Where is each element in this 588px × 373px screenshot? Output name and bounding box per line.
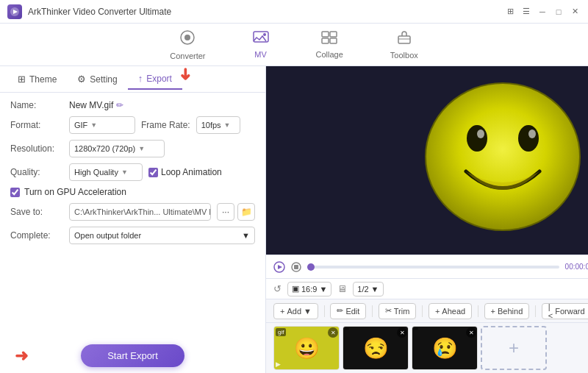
tabs-row: ⊞ Theme ⚙ Setting ↑ Export ➜ — [0, 66, 265, 93]
rotate-left-icon[interactable]: ↺ — [273, 283, 282, 294]
add-button[interactable]: + Add ▼ — [273, 303, 318, 319]
svg-point-13 — [426, 83, 580, 230]
scale-arrow-icon: ▼ — [371, 285, 379, 294]
start-export-arrow: ➜ — [15, 347, 28, 366]
quality-select[interactable]: High Quality ▼ — [69, 163, 143, 181]
complete-row: Complete: Open output folder ▼ — [10, 227, 255, 244]
thumbnail-3-close[interactable]: ✕ — [466, 327, 476, 338]
svg-point-15 — [518, 125, 539, 152]
scale-select[interactable]: 1/2 ▼ — [353, 282, 383, 296]
forward-button[interactable]: |< Forward — [542, 303, 588, 319]
complete-select[interactable]: Open output folder ▼ — [69, 227, 255, 244]
saveto-row: Save to: C:\ArkThinker\ArkThin... Ultima… — [10, 203, 255, 221]
monitor-icon[interactable]: 🖥 — [337, 283, 347, 294]
titlebar-controls: ⊞ ☰ ─ □ ✕ — [504, 6, 581, 18]
tab-theme[interactable]: ⊞ Theme — [7, 69, 67, 89]
minimize-btn[interactable]: ─ — [537, 6, 548, 18]
playback-controls: 00:00:00.00/00:00:15.00 🔊 Start Export — [266, 255, 588, 278]
quality-arrow-icon: ▼ — [121, 168, 128, 176]
trim-button[interactable]: ✂ Trim — [379, 303, 417, 319]
aspect-arrow-icon: ▼ — [319, 285, 327, 294]
loop-animation-checkbox[interactable] — [148, 168, 158, 177]
complete-label: Complete: — [10, 230, 63, 241]
right-panel: 00:00:00.00/00:00:15.00 🔊 Start Export ↺… — [266, 66, 588, 373]
progress-dot — [307, 263, 315, 271]
thumbnail-2-type — [345, 328, 349, 330]
gpu-checkbox[interactable] — [10, 188, 20, 197]
framerate-arrow-icon: ▼ — [224, 121, 231, 129]
thumbnail-2[interactable]: 😒 ✕ — [343, 326, 409, 370]
saveto-label: Save to: — [10, 207, 63, 217]
saveto-folder-btn[interactable]: 📁 — [237, 203, 255, 221]
name-row: Name: New MV.gif ✏ — [10, 100, 255, 110]
aspect-ratio-select[interactable]: ▣ 16:9 ▼ — [287, 282, 331, 296]
loop-animation-wrap: Loop Animation — [148, 167, 222, 177]
format-select[interactable]: GIF ▼ — [69, 116, 135, 134]
aspect-icon: ▣ — [292, 284, 299, 294]
name-label: Name: — [10, 100, 63, 110]
svg-rect-6 — [322, 32, 329, 37]
start-export-button[interactable]: Start Export — [81, 344, 184, 367]
thumbnail-2-close[interactable]: ✕ — [397, 327, 407, 338]
saveto-dots-btn[interactable]: ··· — [217, 203, 234, 221]
framerate-label: Frame Rate: — [141, 120, 190, 130]
saveto-path: C:\ArkThinker\ArkThin... Ultimate\MV Exp… — [69, 203, 211, 221]
play-button[interactable] — [273, 261, 285, 273]
bottom-strip: + Add ▼ ✏ Edit ✂ Trim + Ahead — [266, 299, 588, 373]
resolution-row: Resolution: 1280x720 (720p) ▼ — [10, 140, 255, 157]
svg-point-16 — [477, 129, 484, 138]
bottom-toolbar: + Add ▼ ✏ Edit ✂ Trim + Ahead — [266, 299, 588, 323]
thumbnail-1-close[interactable]: ✕ — [328, 327, 338, 338]
trim-icon: ✂ — [385, 306, 392, 316]
svg-point-17 — [528, 129, 536, 138]
svg-rect-8 — [322, 38, 329, 43]
thumbnail-1-play[interactable]: ▶ — [276, 360, 281, 368]
close-btn[interactable]: ✕ — [569, 6, 581, 18]
framerate-select[interactable]: 10fps ▼ — [196, 116, 240, 134]
progress-bar[interactable] — [307, 266, 559, 269]
grid-btn[interactable]: ⊞ — [504, 6, 516, 18]
behind-button[interactable]: + Behind — [484, 303, 530, 319]
stop-button[interactable] — [291, 262, 301, 272]
preview-image — [392, 72, 588, 249]
format-label: Format: — [10, 120, 63, 130]
svg-point-3 — [184, 35, 190, 40]
controls-row2: ↺ ▣ 16:9 ▼ 🖥 1/2 ▼ — [266, 278, 588, 299]
nav-collage[interactable]: Collage — [307, 28, 352, 62]
svg-rect-7 — [330, 32, 337, 37]
nav-toolbox[interactable]: Toolbox — [381, 27, 427, 63]
tab-setting[interactable]: ⚙ Setting — [67, 69, 127, 89]
app-icon — [7, 4, 22, 19]
nav-mv[interactable]: MV — [244, 28, 278, 62]
tab-setting-label: Setting — [90, 74, 117, 85]
behind-icon: + — [491, 307, 495, 316]
toolbox-icon — [396, 30, 412, 49]
add-icon: + — [280, 307, 284, 316]
svg-point-5 — [263, 33, 266, 36]
loop-animation-label: Loop Animation — [161, 167, 222, 177]
edit-button[interactable]: ✏ Edit — [330, 303, 366, 319]
ahead-button[interactable]: + Ahead — [429, 303, 472, 319]
nav-converter[interactable]: Converter — [161, 26, 214, 63]
app-title: ArkThinker Video Converter Ultimate — [28, 7, 171, 17]
name-edit-icon[interactable]: ✏ — [116, 100, 123, 110]
add-clip-button[interactable]: + — [481, 326, 547, 370]
main-area: ⊞ Theme ⚙ Setting ↑ Export ➜ Name: New M… — [0, 66, 588, 373]
nav-converter-label: Converter — [170, 51, 205, 60]
thumbnail-1[interactable]: 😀 ✕ gif ▶ — [273, 326, 340, 370]
thumbnail-row: 😀 ✕ gif ▶ 😒 ✕ 😢 ✕ + — [266, 323, 588, 373]
quality-row: Quality: High Quality ▼ Loop Animation — [10, 163, 255, 181]
ahead-icon: + — [435, 307, 440, 316]
titlebar-left: ArkThinker Video Converter Ultimate — [7, 4, 171, 19]
titlebar: ArkThinker Video Converter Ultimate ⊞ ☰ … — [0, 0, 588, 24]
tab-export[interactable]: ↑ Export — [128, 68, 182, 90]
maximize-btn[interactable]: □ — [553, 6, 564, 18]
export-tab-icon: ↑ — [138, 73, 143, 84]
setting-tab-icon: ⚙ — [77, 74, 86, 85]
mv-icon — [253, 31, 269, 48]
menu-btn[interactable]: ☰ — [520, 6, 532, 18]
thumbnail-3[interactable]: 😢 ✕ — [412, 326, 478, 370]
quality-label: Quality: — [10, 167, 63, 177]
forward-icon: |< — [548, 302, 553, 320]
resolution-select[interactable]: 1280x720 (720p) ▼ — [69, 140, 165, 157]
